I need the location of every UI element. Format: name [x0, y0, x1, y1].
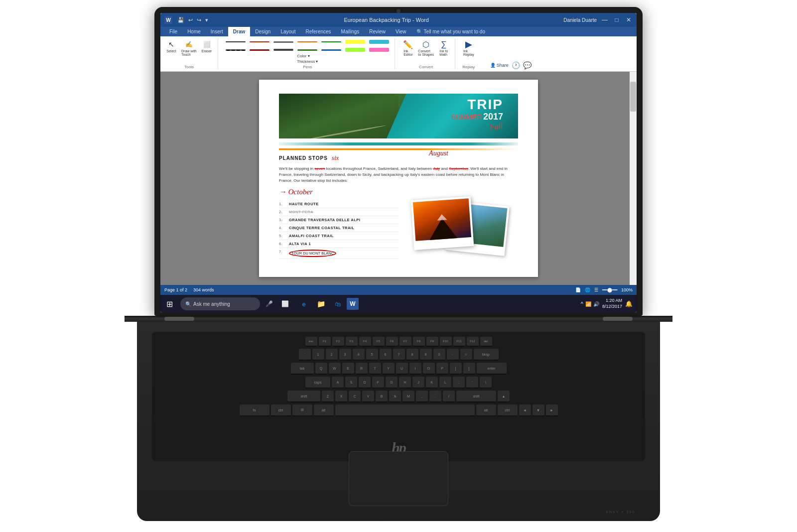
- up-arrow-icon[interactable]: ^: [581, 301, 583, 307]
- f9-key[interactable]: F9: [426, 337, 438, 347]
- alt-key[interactable]: alt: [314, 404, 334, 416]
- 6-key[interactable]: 6: [380, 349, 392, 361]
- f8-key[interactable]: F8: [413, 337, 425, 347]
- pen-8[interactable]: [224, 46, 247, 53]
- view-icon-web[interactable]: 🌐: [585, 287, 590, 292]
- backtick-key[interactable]: `: [299, 349, 311, 361]
- explorer-app[interactable]: 📁: [313, 296, 329, 312]
- o-key[interactable]: O: [423, 363, 435, 375]
- history-icon[interactable]: 🕐: [512, 61, 520, 69]
- f11-key[interactable]: F11: [453, 337, 465, 347]
- scrollbar-thumb[interactable]: [630, 82, 636, 112]
- tab-insert[interactable]: Insert: [206, 27, 228, 36]
- ctrl-r-key[interactable]: ctrl: [498, 404, 518, 416]
- pen-1[interactable]: [224, 38, 247, 45]
- 3-key[interactable]: 3: [339, 349, 351, 361]
- customize-btn[interactable]: ▾: [204, 17, 209, 23]
- pen-14[interactable]: [368, 46, 391, 53]
- pen-5[interactable]: [320, 38, 343, 45]
- close-btn[interactable]: ✕: [625, 16, 633, 23]
- j-key[interactable]: J: [412, 377, 424, 389]
- up-key[interactable]: ▲: [498, 391, 510, 402]
- ink-math-tool[interactable]: ∑ Ink toMath: [437, 38, 451, 57]
- del-key[interactable]: del: [480, 337, 492, 347]
- pen-3[interactable]: [272, 38, 295, 45]
- 9-key[interactable]: 9: [420, 349, 432, 361]
- a-key[interactable]: A: [332, 377, 344, 389]
- d-key[interactable]: D: [359, 377, 371, 389]
- u-key[interactable]: U: [396, 363, 408, 375]
- tab-design[interactable]: Design: [250, 27, 275, 36]
- win-key[interactable]: ⊞: [292, 404, 312, 416]
- p-key[interactable]: P: [436, 363, 448, 375]
- save-quick-btn[interactable]: 💾: [176, 17, 185, 23]
- 7-key[interactable]: 7: [393, 349, 405, 361]
- taskbar-search-box[interactable]: 🔍 Ask me anything: [180, 297, 260, 310]
- draw-touch-tool[interactable]: ✍ Draw withTouch: [179, 38, 199, 57]
- pen-2[interactable]: [248, 38, 271, 45]
- share-btn[interactable]: 👤 Share: [490, 63, 509, 68]
- f10-key[interactable]: F10: [440, 337, 452, 347]
- cortana-button[interactable]: 🎤: [262, 297, 276, 311]
- tab-tell-me[interactable]: 🔍 Tell me what you want to do: [411, 27, 490, 36]
- 8-key[interactable]: 8: [406, 349, 418, 361]
- minimize-btn[interactable]: —: [601, 16, 609, 23]
- tab-review[interactable]: Review: [364, 27, 391, 36]
- volume-icon[interactable]: 🔊: [593, 301, 599, 307]
- start-button[interactable]: ⊞: [160, 295, 178, 313]
- pen-6[interactable]: [344, 38, 367, 45]
- x-key[interactable]: X: [335, 391, 347, 402]
- zoom-slider[interactable]: ━━⬤━━: [602, 287, 617, 292]
- lshift-key[interactable]: shift: [287, 391, 320, 402]
- view-icon-print[interactable]: 📄: [575, 287, 581, 292]
- m-key[interactable]: M: [402, 391, 414, 402]
- lbracket-key[interactable]: [: [450, 363, 462, 375]
- rshift-key[interactable]: shift: [456, 391, 496, 402]
- l-key[interactable]: L: [439, 377, 451, 389]
- touchpad[interactable]: [349, 451, 448, 506]
- convert-shapes-tool[interactable]: ⬡ Convertto Shapes: [416, 38, 436, 57]
- ink-replay-tool[interactable]: ▶ InkReplay: [461, 38, 476, 57]
- y-key[interactable]: Y: [383, 363, 395, 375]
- backslash-key[interactable]: \: [480, 377, 492, 389]
- r-key[interactable]: R: [356, 363, 368, 375]
- quote-key[interactable]: ': [466, 377, 478, 389]
- 1-key[interactable]: 1: [312, 349, 324, 361]
- store-app[interactable]: 🛍: [330, 296, 346, 312]
- edge-app[interactable]: e: [296, 296, 312, 312]
- 2-key[interactable]: 2: [326, 349, 338, 361]
- t-key[interactable]: T: [369, 363, 381, 375]
- scrollbar[interactable]: [630, 72, 637, 285]
- minus-key[interactable]: -: [447, 349, 459, 361]
- view-icon-outline[interactable]: ☰: [594, 287, 598, 292]
- esc-key[interactable]: esc: [305, 337, 317, 347]
- pen-12[interactable]: [320, 46, 343, 53]
- right-key[interactable]: ►: [546, 404, 558, 416]
- z-key[interactable]: Z: [322, 391, 334, 402]
- ctrl-key[interactable]: ctrl: [271, 404, 291, 416]
- 0-key[interactable]: 0: [433, 349, 445, 361]
- s-key[interactable]: S: [345, 377, 357, 389]
- pen-13[interactable]: [344, 46, 367, 53]
- ink-editor-tool[interactable]: ✏️ InkEditor: [401, 38, 415, 57]
- alt-gr-key[interactable]: alt: [476, 404, 496, 416]
- down-key[interactable]: ▼: [532, 404, 544, 416]
- f2-key[interactable]: F2: [332, 337, 344, 347]
- f1-key[interactable]: F1: [319, 337, 331, 347]
- equals-key[interactable]: =: [460, 349, 472, 361]
- task-view-button[interactable]: ⬜: [278, 297, 292, 311]
- network-icon[interactable]: 📶: [585, 301, 591, 307]
- f6-key[interactable]: F6: [386, 337, 398, 347]
- tab-home[interactable]: Home: [182, 27, 206, 36]
- eraser-tool[interactable]: ⬜ Eraser: [200, 38, 214, 57]
- semicolon-key[interactable]: ;: [453, 377, 465, 389]
- redo-btn[interactable]: ↪: [196, 17, 202, 23]
- select-tool[interactable]: ↖ Select: [164, 38, 178, 57]
- period-key[interactable]: .: [429, 391, 441, 402]
- q-key[interactable]: Q: [315, 363, 327, 375]
- f3-key[interactable]: F3: [346, 337, 358, 347]
- tab-references[interactable]: References: [300, 27, 336, 36]
- left-key[interactable]: ◄: [519, 404, 531, 416]
- rbracket-key[interactable]: ]: [463, 363, 475, 375]
- maximize-btn[interactable]: □: [613, 16, 621, 23]
